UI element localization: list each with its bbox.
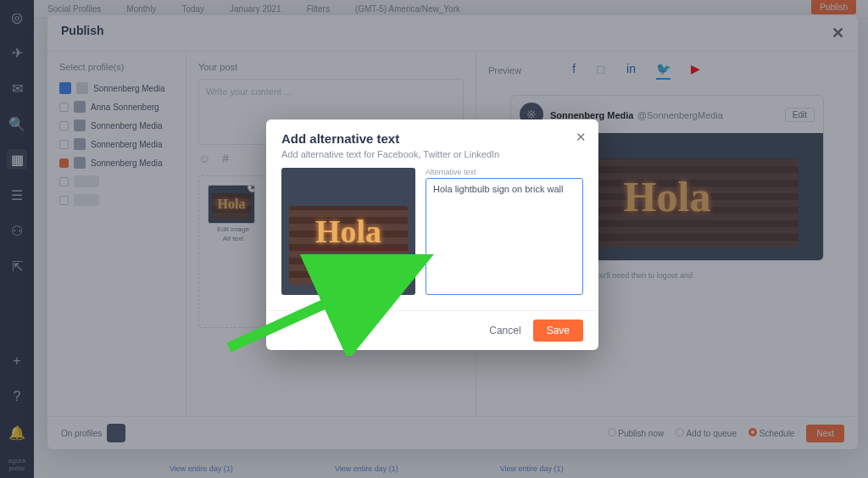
modal-thumbnail: Hola: [281, 168, 415, 295]
alt-text-modal: Add alternative text ✕ Add alternative t…: [266, 119, 598, 350]
modal-subtitle: Add alternative text for Facebook, Twitt…: [266, 149, 598, 168]
save-button[interactable]: Save: [533, 320, 583, 342]
alt-text-label: Alternative text: [426, 168, 583, 176]
alt-text-input[interactable]: [426, 178, 583, 295]
modal-title: Add alternative text: [281, 131, 583, 146]
cancel-button[interactable]: Cancel: [489, 325, 520, 336]
close-icon[interactable]: ✕: [576, 130, 587, 145]
